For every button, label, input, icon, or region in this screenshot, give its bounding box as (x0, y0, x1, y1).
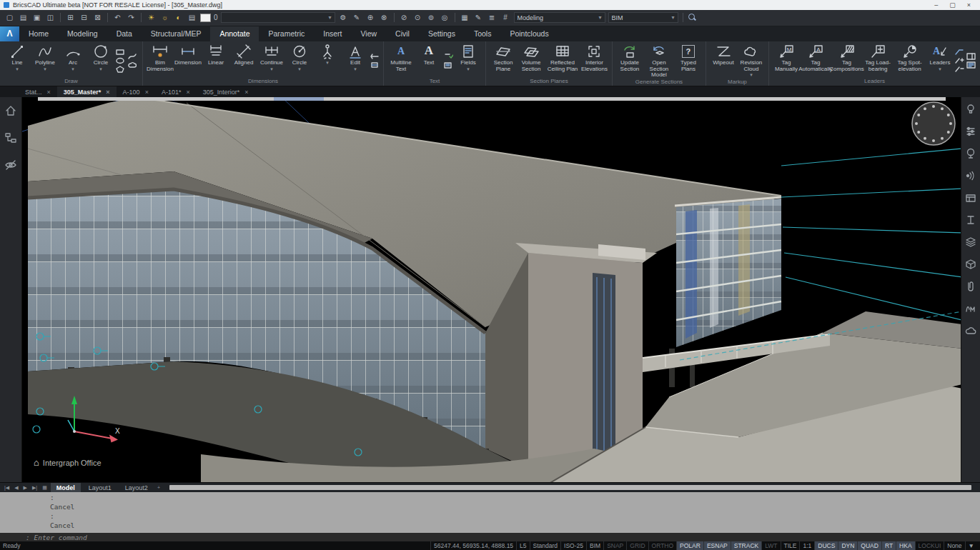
toggle-rt[interactable]: RT (881, 541, 896, 550)
filter-sliders-icon[interactable] (964, 125, 977, 138)
revision-cloud-button[interactable]: Revision Cloud (738, 43, 765, 79)
tab-modeling[interactable]: Modeling (58, 26, 107, 41)
multiline-text-button[interactable]: A Multiline Text (387, 43, 415, 79)
settings-icon[interactable]: ⚙ (338, 14, 349, 21)
annotate-icon[interactable]: ✎ (352, 14, 362, 21)
tag-load-bearing-button[interactable]: Tag Load-bearing (863, 43, 893, 79)
tab-civil[interactable]: Civil (386, 26, 419, 41)
layout-bar-scrollbar[interactable] (169, 485, 971, 490)
walk-icon[interactable]: ⊚ (426, 14, 437, 21)
status-expand-arrow[interactable]: ▼ (965, 541, 977, 550)
status-textstyle[interactable]: Standard (530, 541, 561, 550)
layout-tab-layout2[interactable]: Layout2 (119, 483, 154, 492)
command-input[interactable]: : Enter command (0, 533, 980, 541)
box-icon[interactable] (964, 258, 977, 271)
sound-icon[interactable] (964, 169, 977, 182)
toggle-esnap[interactable]: ESNAP (703, 541, 731, 550)
tab-insert[interactable]: Insert (314, 26, 351, 41)
tag-automatically-button[interactable]: A Tag Automatically (801, 43, 831, 79)
layers-icon[interactable] (964, 236, 977, 249)
search-icon[interactable] (688, 13, 697, 22)
layout-tab-model[interactable]: Model (51, 483, 81, 492)
interior-elevations-button[interactable]: Interior Elevations (580, 43, 608, 79)
aligned-dimension-button[interactable]: Aligned (230, 43, 257, 79)
status-scale[interactable]: 1:1 (799, 541, 814, 550)
cloud-icon[interactable] (964, 324, 977, 337)
status-layer[interactable]: L5 (516, 541, 529, 550)
tab-parametric[interactable]: Parametric (259, 26, 314, 41)
structure-tree-icon[interactable] (4, 131, 17, 144)
home-icon[interactable] (4, 104, 17, 117)
waveform-icon[interactable] (964, 302, 977, 315)
typed-plans-button[interactable]: ? Typed Plans (675, 43, 702, 79)
save-icon[interactable]: ▣ (31, 14, 42, 21)
track-icon[interactable]: ⊗ (379, 14, 390, 21)
fields-button[interactable]: Fields (455, 43, 482, 79)
color-swatch[interactable] (200, 14, 211, 22)
toggle-lockui[interactable]: LOCKUI (915, 541, 944, 550)
toggle-ducs[interactable]: DUCS (814, 541, 838, 550)
open-section-model-button[interactable]: Open Section Model (644, 43, 674, 79)
snap-icon[interactable]: ⊕ (365, 14, 376, 21)
lightbulb-icon[interactable]: ☀ (146, 14, 157, 21)
close-icon[interactable]: × (47, 89, 51, 96)
status-none[interactable]: None (944, 541, 964, 550)
workspace-dropdown[interactable]: Modeling▾ (514, 12, 605, 23)
toggle-ortho[interactable]: ORTHO (648, 541, 677, 550)
toggle-lwt[interactable]: LWT (761, 541, 780, 550)
tag-compositions-button[interactable]: Tag Compositions (831, 43, 862, 79)
sketch-icon[interactable]: ✎ (473, 14, 484, 21)
tab-pointclouds[interactable]: Pointclouds (500, 26, 558, 41)
close-icon[interactable]: × (186, 89, 189, 96)
bim-dimension-button[interactable]: Bim Dimension (147, 43, 174, 79)
add-layout-button[interactable]: + (156, 485, 162, 490)
toggle-polar[interactable]: POLAR (676, 541, 703, 550)
tab-annotate[interactable]: Annotate (210, 26, 259, 41)
continue-dimension-button[interactable]: Continue (258, 43, 285, 79)
save-as-icon[interactable]: ◫ (45, 14, 56, 21)
text-button[interactable]: A Text (415, 43, 442, 79)
dimension-button[interactable]: Dimension (174, 43, 202, 79)
layout-list-icon[interactable]: ▦ (41, 485, 49, 491)
doc-tab-start[interactable]: Stat... × (19, 86, 57, 97)
redo-icon[interactable]: ↷ (126, 14, 137, 21)
open-file-icon[interactable]: ▤ (18, 14, 29, 21)
toggle-tile[interactable]: TILE (781, 541, 800, 550)
print-icon[interactable]: ▤ (187, 14, 197, 21)
scrollbar-thumb[interactable] (274, 97, 324, 101)
navigation-dial[interactable] (912, 102, 955, 145)
update-section-button[interactable]: Update Section (616, 43, 643, 79)
tab-view[interactable]: View (352, 26, 387, 41)
close-icon[interactable]: × (244, 89, 248, 96)
ibeam-profile-icon[interactable] (964, 214, 977, 226)
command-history-panel[interactable]: : Cancel : Cancel (0, 492, 980, 533)
toggle-hka[interactable]: HKA (896, 541, 914, 550)
status-workspace[interactable]: BIM (586, 541, 603, 550)
polyline-button[interactable]: Polyline (31, 43, 59, 79)
new-file-icon[interactable]: ▢ (4, 14, 15, 21)
lightbulb-icon[interactable] (964, 103, 977, 116)
tab-structural-mep[interactable]: Structural/MEP (142, 26, 211, 41)
doc-tab-a-100[interactable]: A-100 × (117, 86, 155, 97)
leaders-button[interactable]: A Leaders (926, 43, 954, 79)
hide-objects-icon[interactable] (4, 159, 17, 171)
arc-button[interactable]: Arc (59, 43, 86, 79)
table-icon[interactable]: ▦ (460, 14, 470, 21)
list-icon[interactable]: ≣ (487, 14, 498, 21)
status-dimstyle[interactable]: ISO-25 (560, 541, 586, 550)
tab-data[interactable]: Data (107, 26, 142, 41)
sun-icon[interactable]: ☼ (159, 14, 170, 21)
layer-light-icon[interactable]: ◐ (173, 14, 184, 21)
doc-tab-305-master[interactable]: 305_Master* × (57, 86, 117, 97)
tag-manually-button[interactable]: M Tag Manually (773, 43, 800, 79)
look-icon[interactable]: ⊙ (412, 14, 423, 21)
view-icon[interactable]: ◎ (440, 14, 450, 21)
toggle-dyn[interactable]: DYN (838, 541, 857, 550)
minimize-button[interactable]: – (934, 0, 938, 10)
sheet-set-icon[interactable]: ⊟ (79, 14, 89, 21)
model-viewport[interactable]: ⌂ Intergraph Office X (22, 97, 961, 482)
toggle-strack[interactable]: STRACK (731, 541, 761, 550)
ordinate-dimension-button[interactable] (314, 43, 341, 79)
tab-tools[interactable]: Tools (465, 26, 501, 41)
export-icon[interactable]: ⊞ (65, 14, 76, 21)
